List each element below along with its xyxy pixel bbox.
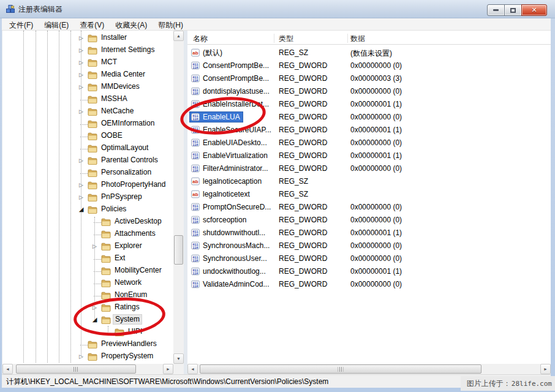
tree-item[interactable]: ▷ PropertySystem xyxy=(2,350,173,363)
value-name-cell[interactable]: shutdownwithoutl... xyxy=(189,227,268,238)
tree-expander-icon[interactable]: ▷ xyxy=(77,352,85,361)
tree-item[interactable]: ▷ PnPSysprep xyxy=(2,191,173,203)
registry-value-row[interactable]: EnableVirtualization REG_DWORD 0x0000000… xyxy=(187,149,551,162)
scroll-right-button[interactable]: ► xyxy=(163,364,173,374)
value-name-cell[interactable]: (默认) xyxy=(189,47,225,58)
registry-value-row[interactable]: legalnoticetext REG_SZ xyxy=(187,188,551,201)
registry-value-row[interactable]: shutdownwithoutl... REG_DWORD 0x00000001… xyxy=(187,227,551,239)
tree-expander-icon[interactable]: ◢ xyxy=(77,205,85,214)
tree-item[interactable]: ▷ Explorer xyxy=(2,240,173,252)
tree-item[interactable]: Attachments xyxy=(2,228,173,240)
value-name-cell[interactable]: legalnoticetext xyxy=(189,189,253,200)
tree-expander-icon[interactable]: ▷ xyxy=(77,107,85,116)
registry-value-row[interactable]: EnableUIADeskto... REG_DWORD 0x00000000 … xyxy=(187,137,551,149)
tree-item[interactable]: ▷ NetCache xyxy=(2,105,173,118)
tree-expander-icon[interactable]: ▷ xyxy=(77,181,85,189)
value-name-cell[interactable]: SynchronousUser... xyxy=(189,253,270,264)
column-header-name[interactable]: 名称 xyxy=(193,34,208,44)
close-button[interactable]: ✕ xyxy=(521,4,547,16)
tree-item[interactable]: Personalization xyxy=(2,167,173,179)
scroll-left-button[interactable]: ◄ xyxy=(2,364,13,374)
registry-value-row[interactable]: dontdisplaylastuse... REG_DWORD 0x000000… xyxy=(187,85,551,98)
registry-value-row[interactable]: ValidateAdminCod... REG_DWORD 0x00000000… xyxy=(187,278,551,291)
tree-hscroll-thumb[interactable] xyxy=(16,364,136,374)
menu-item[interactable]: 查看(V) xyxy=(74,18,110,30)
tree-vertical-scrollbar[interactable]: ▲ ▼ xyxy=(173,31,184,364)
scroll-down-button[interactable]: ▼ xyxy=(173,353,184,364)
value-name-cell[interactable]: PromptOnSecureD... xyxy=(189,202,274,213)
folder-icon xyxy=(88,58,97,67)
tree-item[interactable]: ActiveDesktop xyxy=(2,216,173,228)
registry-value-row[interactable]: undockwithoutlog... REG_DWORD 0x00000001… xyxy=(187,265,551,278)
registry-value-row[interactable]: SynchronousUser... REG_DWORD 0x00000000 … xyxy=(187,252,551,265)
value-name-cell[interactable]: EnableVirtualization xyxy=(189,150,271,161)
registry-value-row[interactable]: ConsentPromptBe... REG_DWORD 0x00000000 … xyxy=(187,59,551,72)
list-hscroll-thumb[interactable] xyxy=(200,364,481,374)
tree-item[interactable]: OOBE xyxy=(2,130,173,142)
value-name-cell[interactable]: undockwithoutlog... xyxy=(189,266,269,277)
value-data: 0x00000001 (1) xyxy=(350,267,402,276)
tree-item[interactable]: ◢ Policies xyxy=(2,203,173,216)
tree-horizontal-scrollbar[interactable]: ◄ ► xyxy=(2,364,173,374)
minimize-button[interactable] xyxy=(487,4,505,16)
tree-expander-icon[interactable]: ▷ xyxy=(91,242,99,251)
string-value-icon xyxy=(191,48,200,57)
value-name-cell[interactable]: dontdisplaylastuse... xyxy=(189,86,273,97)
title-bar[interactable]: 注册表编辑器 ✕ xyxy=(0,0,555,18)
tree-item[interactable]: ▷ PhotoPropertyHand xyxy=(2,179,173,191)
registry-value-row[interactable]: FilterAdministrator... REG_DWORD 0x00000… xyxy=(187,162,551,175)
tree-item[interactable]: ▷ MCT xyxy=(2,56,173,69)
tree-item[interactable]: Network xyxy=(2,277,173,289)
value-name-cell[interactable]: FilterAdministrator... xyxy=(189,163,271,174)
menu-item[interactable]: 编辑(E) xyxy=(39,18,74,30)
value-name-cell[interactable]: ValidateAdminCod... xyxy=(189,279,273,290)
value-name-cell[interactable]: EnableUIADeskto... xyxy=(189,137,270,148)
tree-item[interactable]: ▷ Parental Controls xyxy=(2,154,173,167)
tree-expander-icon[interactable]: ▷ xyxy=(77,34,85,42)
tree-expander-icon[interactable]: ▷ xyxy=(77,193,85,202)
registry-value-row[interactable]: scforceoption REG_DWORD 0x00000000 (0) xyxy=(187,214,551,227)
scroll-right-button[interactable]: ► xyxy=(540,364,551,374)
tree-vscroll-thumb[interactable] xyxy=(174,235,183,265)
registry-value-row[interactable]: PromptOnSecureD... REG_DWORD 0x00000000 … xyxy=(187,201,551,214)
tree-item[interactable]: OEMInformation xyxy=(2,118,173,130)
value-name-cell[interactable]: SynchronousMach... xyxy=(189,240,273,251)
tree-expander-icon[interactable]: ▷ xyxy=(77,156,85,165)
list-horizontal-scrollbar[interactable]: ◄ ► xyxy=(187,364,551,374)
value-name: legalnoticecaption xyxy=(203,177,262,186)
menu-item[interactable]: 收藏夹(A) xyxy=(110,18,153,30)
column-separator[interactable] xyxy=(274,34,274,43)
scroll-left-button[interactable]: ◄ xyxy=(187,364,198,374)
value-name-cell[interactable]: ConsentPromptBe... xyxy=(189,73,272,84)
registry-value-row[interactable]: legalnoticecaption REG_SZ xyxy=(187,175,551,188)
tree-item[interactable]: ▷ Internet Settings xyxy=(2,44,173,56)
value-name: ConsentPromptBe... xyxy=(203,74,269,83)
tree-item-label: PreviewHandlers xyxy=(99,339,159,349)
registry-value-row[interactable]: SynchronousMach... REG_DWORD 0x00000000 … xyxy=(187,239,551,252)
registry-value-row[interactable]: (默认) REG_SZ (数值未设置) xyxy=(187,47,551,59)
tree-item[interactable]: Ext xyxy=(2,252,173,265)
tree-expander-icon[interactable]: ▷ xyxy=(77,46,85,55)
column-header-type[interactable]: 类型 xyxy=(279,34,293,44)
scroll-up-button[interactable]: ▲ xyxy=(173,31,184,41)
maximize-button[interactable] xyxy=(504,4,522,16)
tree-item[interactable]: ▷ Installer xyxy=(2,32,173,44)
column-header-data[interactable]: 数据 xyxy=(350,34,365,44)
registry-value-row[interactable]: ConsentPromptBe... REG_DWORD 0x00000003 … xyxy=(187,72,551,85)
value-name-cell[interactable]: legalnoticecaption xyxy=(189,176,265,187)
column-separator[interactable] xyxy=(347,34,348,43)
tree-expander-icon[interactable]: ▷ xyxy=(77,70,85,79)
menu-item[interactable]: 文件(F) xyxy=(4,18,39,30)
tree-item[interactable]: MSSHA xyxy=(2,93,173,105)
tree-item[interactable]: ▷ Media Center xyxy=(2,69,173,81)
tree-item[interactable]: ▷ MMDevices xyxy=(2,81,173,93)
value-name-cell[interactable]: ConsentPromptBe... xyxy=(189,60,272,71)
tree-item[interactable]: PreviewHandlers xyxy=(2,338,173,350)
tree-expander-icon[interactable]: ▷ xyxy=(77,58,85,67)
tree-item-label: Media Center xyxy=(99,69,147,80)
tree-expander-icon[interactable]: ▷ xyxy=(77,83,85,91)
tree-item[interactable]: MobilityCenter xyxy=(2,265,173,277)
value-name-cell[interactable]: scforceoption xyxy=(189,214,249,225)
menu-item[interactable]: 帮助(H) xyxy=(153,18,189,30)
tree-item[interactable]: OptimalLayout xyxy=(2,142,173,154)
